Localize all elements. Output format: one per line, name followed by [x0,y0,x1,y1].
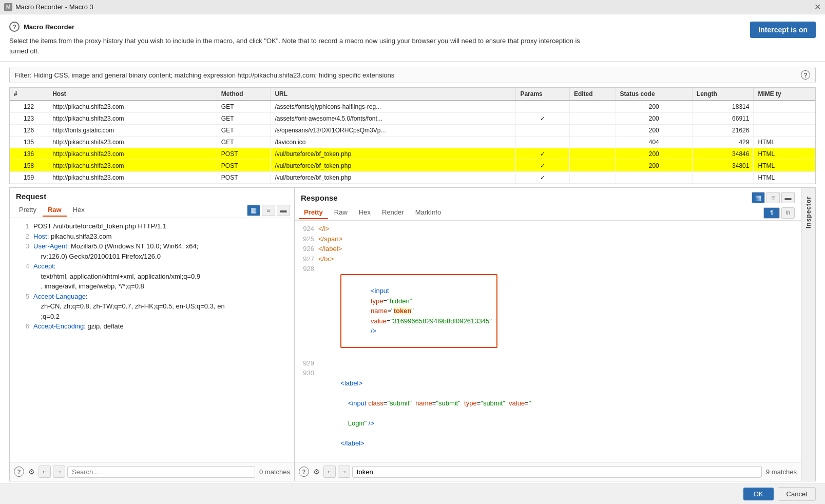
table-cell: POST [217,148,271,160]
header-help-icon[interactable]: ? [9,22,20,32]
table-cell: http://pikachu.shifa23.com [48,148,217,160]
table-row[interactable]: 126http://fonts.gstatic.comGET/s/opensan… [10,125,815,137]
table-cell [569,125,616,137]
request-search-next-btn[interactable]: → [53,466,65,478]
inspector-label[interactable]: Inspector [804,192,813,232]
filter-help-icon[interactable]: ? [801,70,810,80]
col-header-method: Method [217,88,271,101]
table-cell: 18314 [692,101,754,113]
col-header-num: # [10,88,48,101]
request-view-compact-btn[interactable]: ▬ [277,205,290,216]
table-cell [616,172,692,184]
table-row[interactable]: 135http://pikachu.shifa23.comGET/favicon… [10,137,815,148]
response-view-grid-btn[interactable]: ▦ [752,192,765,203]
bottom-bar: OK Cancel [0,483,825,504]
col-header-params: Params [516,88,570,101]
request-view-grid-btn[interactable]: ▦ [247,205,260,216]
request-panel-title: Request [10,188,294,203]
proxy-history-table: # Host Method URL Params Edited Status c… [10,88,815,184]
table-row[interactable]: 159http://pikachu.shifa23.comPOST/vul/bu… [10,172,815,184]
request-code-area[interactable]: 1POST /vul/burteforce/bf_token.php HTTP/… [10,218,294,462]
table-cell: POST [217,160,271,172]
table-cell: 34846 [692,148,754,160]
tab-request-hex[interactable]: Hex [68,204,90,217]
col-header-length: Length [692,88,754,101]
table-cell [569,101,616,113]
tab-response-markinfo[interactable]: MarkInfo [410,206,447,219]
table-cell: http://fonts.gstatic.com [48,125,217,137]
request-search-input[interactable] [67,466,255,478]
table-cell: 429 [692,137,754,148]
col-header-host: Host [48,88,217,101]
request-search-bar: ? ⚙ ← → 0 matches [10,462,294,481]
table-cell: 34801 [692,160,754,172]
response-code-area[interactable]: 924</i> 925</span> 926</label> 927</br> … [295,221,801,462]
table-cell: 122 [10,101,48,113]
table-row[interactable]: 136http://pikachu.shifa23.comPOST/vul/bu… [10,148,815,160]
table-cell: 126 [10,125,48,137]
tab-response-render[interactable]: Render [377,206,409,219]
response-tabs-bar: Pretty Raw Hex Render MarkInfo ¶ \n [295,205,801,221]
tab-response-hex[interactable]: Hex [354,206,376,219]
table-cell: POST [217,172,271,184]
table-row[interactable]: 122http://pikachu.shifa23.comGET/assets/… [10,101,815,113]
table-cell: http://pikachu.shifa23.com [48,137,217,148]
table-cell: http://pikachu.shifa23.com [48,160,217,172]
tab-response-pretty[interactable]: Pretty [299,206,328,219]
close-button[interactable]: ✕ [814,3,821,11]
proxy-history-table-container: # Host Method URL Params Edited Status c… [9,87,816,184]
app-icon: M [4,3,12,11]
table-cell: /s/opensans/v13/DXI1ORHCpsQm3Vp... [271,125,516,137]
request-search-gear-icon[interactable]: ⚙ [26,467,36,477]
table-cell [569,113,616,125]
table-cell: /vul/burteforce/bf_token.php [271,148,516,160]
tab-request-raw[interactable]: Raw [43,204,67,217]
table-cell: /vul/burteforce/bf_token.php [271,160,516,172]
response-search-next-btn[interactable]: → [338,466,350,478]
response-search-help-icon[interactable]: ? [299,467,309,477]
table-cell [516,101,570,113]
table-cell: GET [217,113,271,125]
ok-button[interactable]: OK [743,488,774,500]
tab-request-pretty[interactable]: Pretty [14,204,42,217]
col-header-mime: MIME ty [754,88,815,101]
table-cell: /assets/fonts/glyphicons-halflings-reg..… [271,101,516,113]
cancel-button[interactable]: Cancel [778,487,816,501]
response-view-compact-btn[interactable]: ▬ [781,192,795,203]
header-title: ? Macro Recorder [9,22,600,32]
request-view-list-btn[interactable]: ≡ [262,205,275,216]
table-cell: ✓ [516,160,570,172]
table-cell: 200 [616,113,692,125]
table-cell: /vul/burteforce/bf_token.php [271,172,516,184]
header-section: ? Macro Recorder Select the items from t… [0,14,825,62]
table-cell [754,101,815,113]
request-matches-count: 0 matches [259,468,290,476]
request-search-prev-btn[interactable]: ← [39,466,51,478]
request-search-help-icon[interactable]: ? [14,467,24,477]
table-cell: HTML [754,160,815,172]
response-view-list-btn[interactable]: ≡ [766,192,780,203]
filter-bar: Filter: Hiding CSS, image and general bi… [9,67,816,83]
response-search-prev-btn[interactable]: ← [323,466,336,478]
table-cell: http://pikachu.shifa23.com [48,172,217,184]
response-view-wrap-btn[interactable]: ¶ [763,207,780,219]
table-cell: ✓ [516,113,570,125]
table-cell: GET [217,137,271,148]
table-row[interactable]: 123http://pikachu.shifa23.comGET/assets/… [10,113,815,125]
response-search-input[interactable] [352,466,762,478]
table-cell: GET [217,125,271,137]
table-cell: 123 [10,113,48,125]
tab-response-raw[interactable]: Raw [329,206,353,219]
table-cell [754,125,815,137]
col-header-url: URL [271,88,516,101]
table-cell: ✓ [516,148,570,160]
table-cell [692,172,754,184]
response-search-gear-icon[interactable]: ⚙ [311,467,321,477]
table-cell: 66911 [692,113,754,125]
table-cell: 158 [10,160,48,172]
intercept-button[interactable]: Intercept is on [750,22,816,38]
table-row[interactable]: 158http://pikachu.shifa23.comPOST/vul/bu… [10,160,815,172]
response-view-newline-btn[interactable]: \n [781,207,795,219]
inspector-sidebar: Inspector [801,188,815,481]
table-cell [516,125,570,137]
